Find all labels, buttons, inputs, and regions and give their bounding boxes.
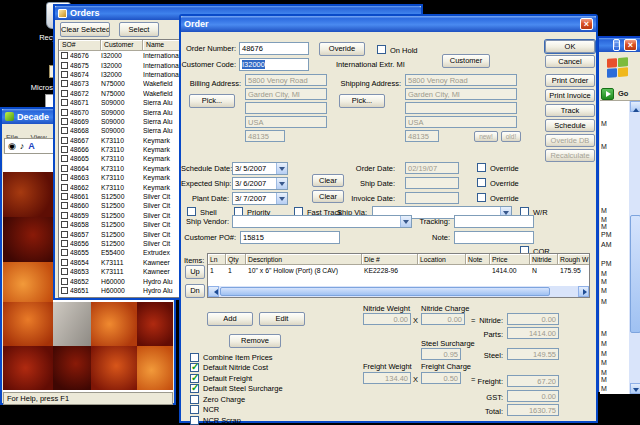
- steel-total-field[interactable]: 149.55: [507, 348, 559, 360]
- option-checkbox[interactable]: [190, 405, 199, 414]
- customer-po-field[interactable]: 15815: [240, 231, 340, 244]
- column-header-so[interactable]: SO#: [59, 40, 101, 51]
- row-checkbox[interactable]: [61, 193, 68, 200]
- row-checkbox[interactable]: [61, 99, 68, 106]
- shipping-country-field[interactable]: USA: [405, 116, 517, 128]
- billing-country-field[interactable]: USA: [245, 116, 327, 128]
- col-nitride[interactable]: Nitride: [530, 254, 558, 265]
- gst-total-field[interactable]: 0.00: [507, 390, 559, 402]
- freight-charge-field[interactable]: 0.50: [421, 372, 461, 384]
- row-checkbox[interactable]: [61, 71, 68, 78]
- browser-titlebar[interactable]: □ ×: [599, 38, 640, 52]
- row-checkbox[interactable]: [61, 155, 68, 162]
- row-checkbox[interactable]: [61, 259, 68, 266]
- option-checkbox[interactable]: [190, 395, 199, 404]
- track-button[interactable]: Track: [545, 104, 595, 117]
- clear-selected-button[interactable]: Clear Selected: [60, 22, 110, 37]
- row-checkbox[interactable]: [61, 90, 68, 97]
- invoice-date-field[interactable]: [405, 192, 459, 204]
- ship-date-field[interactable]: [405, 177, 459, 189]
- new-button[interactable]: new!: [474, 131, 498, 142]
- row-checkbox[interactable]: [61, 137, 68, 144]
- item-row[interactable]: 1 1 10" x 6" Hollow (Port) (8 CAV) KE222…: [208, 265, 589, 276]
- row-checkbox[interactable]: [61, 118, 68, 125]
- override-button[interactable]: Overide: [319, 42, 365, 56]
- parts-total-field[interactable]: 1414.00: [507, 327, 559, 339]
- horizontal-scrollbar[interactable]: [208, 286, 589, 297]
- shipping-pick-button[interactable]: Pick...: [339, 94, 385, 108]
- print-invoice-button[interactable]: Print Invoice: [545, 89, 595, 102]
- row-checkbox[interactable]: [61, 174, 68, 181]
- close-icon[interactable]: ×: [580, 18, 593, 30]
- option-row[interactable]: NCR: [190, 405, 219, 415]
- billing-zip-field[interactable]: 48135: [245, 130, 285, 142]
- thumbnail-image[interactable]: [3, 172, 53, 217]
- row-checkbox[interactable]: [61, 127, 68, 134]
- add-button[interactable]: Add: [207, 312, 253, 326]
- ok-button[interactable]: OK: [545, 40, 595, 53]
- print-order-button[interactable]: Print Order: [545, 74, 595, 87]
- schedule-button[interactable]: Schedule: [545, 119, 595, 132]
- nitride-total-field[interactable]: 0.00: [507, 313, 559, 325]
- thumbnail-image[interactable]: [3, 346, 53, 390]
- cancel-button[interactable]: Cancel: [545, 55, 595, 68]
- chevron-down-icon[interactable]: [276, 163, 287, 174]
- sound-icon[interactable]: ♪: [20, 141, 25, 151]
- col-die[interactable]: Die #: [362, 254, 418, 265]
- row-checkbox[interactable]: [61, 268, 68, 275]
- row-checkbox[interactable]: [61, 52, 68, 59]
- old-button[interactable]: old!: [501, 131, 521, 142]
- shipping-zip-field[interactable]: 48135: [405, 130, 439, 142]
- col-location[interactable]: Location: [418, 254, 466, 265]
- thumbnail-image[interactable]: [53, 346, 91, 390]
- recalculate-button[interactable]: Recalculate: [545, 149, 595, 162]
- row-checkbox[interactable]: [61, 287, 68, 294]
- thumbnail-image[interactable]: [137, 346, 173, 390]
- chevron-down-icon[interactable]: [276, 178, 287, 189]
- close-icon[interactable]: ×: [624, 39, 637, 51]
- order-date-field[interactable]: 02/19/07: [405, 162, 459, 174]
- select-button[interactable]: Select: [119, 22, 159, 37]
- invoice-date-override-checkbox[interactable]: [477, 193, 486, 202]
- scrollbar-thumb[interactable]: [220, 287, 550, 296]
- thumbnail-image[interactable]: [137, 302, 173, 346]
- row-checkbox[interactable]: [61, 165, 68, 172]
- maximize-button[interactable]: □: [613, 39, 620, 51]
- thumbnail-image[interactable]: [3, 262, 53, 302]
- row-checkbox[interactable]: [61, 80, 68, 87]
- freight-weight-field[interactable]: 134.40: [363, 372, 411, 384]
- scroll-left-icon[interactable]: [208, 286, 219, 297]
- chevron-down-icon[interactable]: [400, 216, 411, 227]
- option-row[interactable]: Zero Charge: [190, 394, 245, 404]
- camera-icon[interactable]: ◉: [8, 141, 16, 151]
- expected-ship-combo[interactable]: 3/ 6/2007: [232, 177, 288, 190]
- shipping-line3-field[interactable]: [405, 102, 517, 114]
- dn-button[interactable]: Dn: [185, 284, 205, 298]
- order-number-field[interactable]: 48676: [239, 42, 309, 55]
- thumbnail-image[interactable]: [91, 302, 137, 346]
- row-checkbox[interactable]: [61, 221, 68, 228]
- schedule-date-combo[interactable]: 3/ 5/2007: [232, 162, 288, 175]
- col-price[interactable]: Price: [490, 254, 530, 265]
- option-row[interactable]: NCR Scrap: [190, 415, 241, 425]
- row-checkbox[interactable]: [61, 278, 68, 285]
- shipping-street-field[interactable]: 5800 Venoy Road: [405, 74, 517, 86]
- option-checkbox[interactable]: [190, 384, 199, 393]
- customer-button[interactable]: Customer: [442, 54, 490, 68]
- freight-total-field[interactable]: 67.20: [507, 375, 559, 387]
- option-row[interactable]: Default Steel Surcharge: [190, 384, 283, 394]
- col-description[interactable]: Description: [246, 254, 362, 265]
- scroll-down-icon[interactable]: [630, 383, 640, 394]
- row-checkbox[interactable]: [61, 109, 68, 116]
- option-row[interactable]: Combine Item Prices: [190, 352, 273, 362]
- billing-pick-button[interactable]: Pick...: [189, 94, 235, 108]
- row-checkbox[interactable]: [61, 212, 68, 219]
- ship-date-override-checkbox[interactable]: [477, 178, 486, 187]
- col-qty[interactable]: Qty: [226, 254, 246, 265]
- option-row[interactable]: Default Nitride Cost: [190, 363, 268, 373]
- thumbnail-image[interactable]: [91, 346, 137, 390]
- order-dialog-titlebar[interactable]: Order ×: [181, 16, 596, 32]
- up-button[interactable]: Up: [185, 265, 205, 279]
- note-field[interactable]: [454, 231, 534, 244]
- plant-date-combo[interactable]: 3/ 7/2007: [232, 192, 288, 205]
